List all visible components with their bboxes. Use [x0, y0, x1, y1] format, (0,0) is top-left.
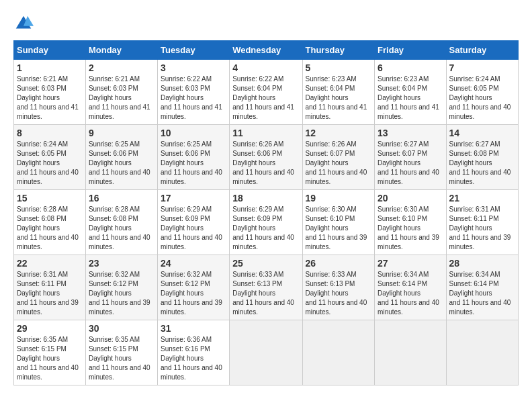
- calendar-week-row: 29Sunrise: 6:35 AMSunset: 6:15 PMDayligh…: [14, 320, 519, 385]
- calendar-cell: 17Sunrise: 6:29 AMSunset: 6:09 PMDayligh…: [157, 190, 229, 255]
- calendar-cell: 25Sunrise: 6:33 AMSunset: 6:13 PMDayligh…: [230, 255, 302, 320]
- day-number: 27: [378, 258, 443, 269]
- calendar-week-row: 15Sunrise: 6:28 AMSunset: 6:08 PMDayligh…: [14, 190, 519, 255]
- day-number: 28: [449, 258, 515, 269]
- day-number: 30: [89, 323, 154, 334]
- calendar-cell: [230, 320, 302, 385]
- day-info: Sunrise: 6:35 AMSunset: 6:15 PMDaylight …: [17, 335, 83, 382]
- day-number: 16: [89, 193, 154, 203]
- day-of-week-header: Saturday: [446, 41, 518, 60]
- day-number: 4: [232, 62, 299, 73]
- day-info: Sunrise: 6:25 AMSunset: 6:06 PMDaylight …: [89, 140, 154, 187]
- day-number: 1: [17, 62, 83, 73]
- day-of-week-header: Tuesday: [157, 41, 229, 60]
- day-number: 29: [17, 323, 83, 334]
- day-info: Sunrise: 6:31 AMSunset: 6:11 PMDaylight …: [17, 270, 83, 317]
- calendar-cell: 5Sunrise: 6:23 AMSunset: 6:04 PMDaylight…: [302, 60, 375, 125]
- day-info: Sunrise: 6:28 AMSunset: 6:08 PMDaylight …: [17, 205, 83, 252]
- day-info: Sunrise: 6:22 AMSunset: 6:03 PMDaylight …: [161, 75, 226, 122]
- calendar-cell: 23Sunrise: 6:32 AMSunset: 6:12 PMDayligh…: [85, 255, 157, 320]
- day-of-week-header: Sunday: [14, 41, 86, 60]
- day-info: Sunrise: 6:26 AMSunset: 6:07 PMDaylight …: [306, 140, 372, 187]
- logo: [13, 13, 36, 34]
- day-info: Sunrise: 6:33 AMSunset: 6:13 PMDaylight …: [306, 270, 372, 317]
- day-number: 18: [232, 193, 299, 203]
- day-number: 20: [378, 193, 443, 203]
- day-info: Sunrise: 6:32 AMSunset: 6:12 PMDaylight …: [161, 270, 226, 317]
- calendar-cell: 30Sunrise: 6:35 AMSunset: 6:15 PMDayligh…: [85, 320, 157, 385]
- calendar-cell: 11Sunrise: 6:26 AMSunset: 6:06 PMDayligh…: [230, 125, 302, 190]
- day-number: 5: [306, 62, 372, 73]
- day-info: Sunrise: 6:32 AMSunset: 6:12 PMDaylight …: [89, 270, 154, 317]
- calendar-cell: 10Sunrise: 6:25 AMSunset: 6:06 PMDayligh…: [157, 125, 229, 190]
- calendar-cell: [375, 320, 446, 385]
- day-info: Sunrise: 6:28 AMSunset: 6:08 PMDaylight …: [89, 205, 154, 252]
- day-info: Sunrise: 6:24 AMSunset: 6:05 PMDaylight …: [449, 75, 515, 122]
- day-number: 3: [161, 62, 226, 73]
- day-info: Sunrise: 6:31 AMSunset: 6:11 PMDaylight …: [449, 205, 515, 252]
- day-info: Sunrise: 6:33 AMSunset: 6:13 PMDaylight …: [232, 270, 299, 317]
- calendar-header-row: SundayMondayTuesdayWednesdayThursdayFrid…: [14, 41, 519, 60]
- day-info: Sunrise: 6:25 AMSunset: 6:06 PMDaylight …: [161, 140, 226, 187]
- calendar-week-row: 1Sunrise: 6:21 AMSunset: 6:03 PMDaylight…: [14, 60, 519, 125]
- day-info: Sunrise: 6:30 AMSunset: 6:10 PMDaylight …: [306, 205, 372, 252]
- calendar-week-row: 8Sunrise: 6:24 AMSunset: 6:05 PMDaylight…: [14, 125, 519, 190]
- day-info: Sunrise: 6:30 AMSunset: 6:10 PMDaylight …: [378, 205, 443, 252]
- calendar-cell: 19Sunrise: 6:30 AMSunset: 6:10 PMDayligh…: [302, 190, 375, 255]
- day-of-week-header: Friday: [375, 41, 446, 60]
- day-info: Sunrise: 6:34 AMSunset: 6:14 PMDaylight …: [449, 270, 515, 317]
- day-number: 19: [306, 193, 372, 203]
- calendar-cell: 16Sunrise: 6:28 AMSunset: 6:08 PMDayligh…: [85, 190, 157, 255]
- calendar-cell: 2Sunrise: 6:21 AMSunset: 6:03 PMDaylight…: [85, 60, 157, 125]
- day-of-week-header: Wednesday: [230, 41, 302, 60]
- day-info: Sunrise: 6:27 AMSunset: 6:07 PMDaylight …: [378, 140, 443, 187]
- day-number: 26: [306, 258, 372, 269]
- calendar-cell: 31Sunrise: 6:36 AMSunset: 6:16 PMDayligh…: [157, 320, 229, 385]
- calendar-cell: 26Sunrise: 6:33 AMSunset: 6:13 PMDayligh…: [302, 255, 375, 320]
- calendar-cell: 24Sunrise: 6:32 AMSunset: 6:12 PMDayligh…: [157, 255, 229, 320]
- day-number: 23: [89, 258, 154, 269]
- logo-icon: [13, 13, 34, 34]
- calendar-cell: 3Sunrise: 6:22 AMSunset: 6:03 PMDaylight…: [157, 60, 229, 125]
- day-number: 24: [161, 258, 226, 269]
- day-info: Sunrise: 6:23 AMSunset: 6:04 PMDaylight …: [378, 75, 443, 122]
- day-info: Sunrise: 6:34 AMSunset: 6:14 PMDaylight …: [378, 270, 443, 317]
- calendar-week-row: 22Sunrise: 6:31 AMSunset: 6:11 PMDayligh…: [14, 255, 519, 320]
- calendar-cell: 18Sunrise: 6:29 AMSunset: 6:09 PMDayligh…: [230, 190, 302, 255]
- calendar-cell: 8Sunrise: 6:24 AMSunset: 6:05 PMDaylight…: [14, 125, 86, 190]
- calendar-cell: 6Sunrise: 6:23 AMSunset: 6:04 PMDaylight…: [375, 60, 446, 125]
- day-number: 21: [449, 193, 515, 203]
- calendar-cell: 21Sunrise: 6:31 AMSunset: 6:11 PMDayligh…: [446, 190, 518, 255]
- day-info: Sunrise: 6:27 AMSunset: 6:08 PMDaylight …: [449, 140, 515, 187]
- calendar-cell: [446, 320, 518, 385]
- day-info: Sunrise: 6:29 AMSunset: 6:09 PMDaylight …: [161, 205, 226, 252]
- day-info: Sunrise: 6:21 AMSunset: 6:03 PMDaylight …: [89, 75, 154, 122]
- day-number: 8: [17, 128, 83, 138]
- day-info: Sunrise: 6:23 AMSunset: 6:04 PMDaylight …: [306, 75, 372, 122]
- page-header: [13, 13, 519, 34]
- day-info: Sunrise: 6:36 AMSunset: 6:16 PMDaylight …: [161, 335, 226, 382]
- day-number: 25: [232, 258, 299, 269]
- day-number: 31: [161, 323, 226, 334]
- day-number: 9: [89, 128, 154, 138]
- day-of-week-header: Monday: [85, 41, 157, 60]
- day-info: Sunrise: 6:29 AMSunset: 6:09 PMDaylight …: [232, 205, 299, 252]
- calendar-cell: 13Sunrise: 6:27 AMSunset: 6:07 PMDayligh…: [375, 125, 446, 190]
- day-number: 7: [449, 62, 515, 73]
- calendar-cell: 14Sunrise: 6:27 AMSunset: 6:08 PMDayligh…: [446, 125, 518, 190]
- calendar-cell: 1Sunrise: 6:21 AMSunset: 6:03 PMDaylight…: [14, 60, 86, 125]
- day-number: 13: [378, 128, 443, 138]
- day-info: Sunrise: 6:21 AMSunset: 6:03 PMDaylight …: [17, 75, 83, 122]
- calendar-table: SundayMondayTuesdayWednesdayThursdayFrid…: [13, 40, 519, 385]
- calendar-cell: 27Sunrise: 6:34 AMSunset: 6:14 PMDayligh…: [375, 255, 446, 320]
- day-number: 2: [89, 62, 154, 73]
- calendar-cell: 20Sunrise: 6:30 AMSunset: 6:10 PMDayligh…: [375, 190, 446, 255]
- day-info: Sunrise: 6:22 AMSunset: 6:04 PMDaylight …: [232, 75, 299, 122]
- calendar-cell: 7Sunrise: 6:24 AMSunset: 6:05 PMDaylight…: [446, 60, 518, 125]
- calendar-cell: 22Sunrise: 6:31 AMSunset: 6:11 PMDayligh…: [14, 255, 86, 320]
- calendar-cell: 28Sunrise: 6:34 AMSunset: 6:14 PMDayligh…: [446, 255, 518, 320]
- calendar-cell: [302, 320, 375, 385]
- calendar-cell: 15Sunrise: 6:28 AMSunset: 6:08 PMDayligh…: [14, 190, 86, 255]
- day-number: 10: [161, 128, 226, 138]
- day-info: Sunrise: 6:24 AMSunset: 6:05 PMDaylight …: [17, 140, 83, 187]
